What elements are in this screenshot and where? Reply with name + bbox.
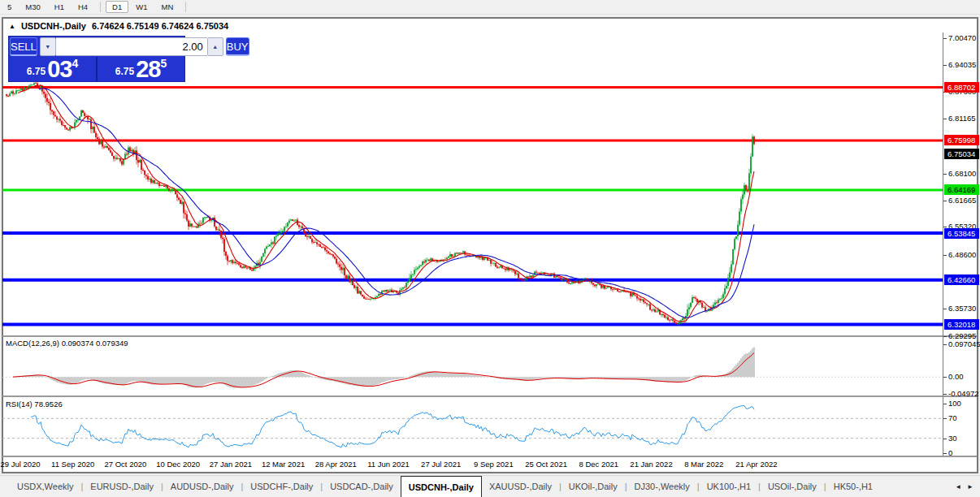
collapse-arrow-icon[interactable]: ▲ bbox=[9, 23, 15, 30]
timeframe-button-h1[interactable]: H1 bbox=[48, 1, 71, 13]
symbol-tab-ukoil[interactable]: UKOil-,Daily bbox=[562, 476, 625, 497]
price-axis-line bbox=[943, 32, 943, 456]
buy-price-small: 6.75 bbox=[115, 64, 134, 80]
symbol-tab-usdx[interactable]: USDX,Weekly bbox=[10, 476, 80, 497]
rsi-indicator-canvas[interactable] bbox=[2, 398, 943, 455]
symbol-tab-usoil[interactable]: USOil-,Daily bbox=[761, 476, 824, 497]
volume-input[interactable] bbox=[56, 37, 207, 56]
price-level-badge: 6.64169 bbox=[944, 184, 979, 195]
macd-indicator-canvas[interactable] bbox=[2, 338, 943, 395]
macd-axis-label: 0.00 bbox=[948, 372, 964, 382]
timeframe-button-w1[interactable]: W1 bbox=[129, 1, 154, 13]
volume-decrease-button[interactable]: ▼ bbox=[40, 37, 56, 56]
symbol-tab-xauusd[interactable]: XAUUSD-,Daily bbox=[482, 476, 559, 497]
symbol-tab-eurusd[interactable]: EURUSD-,Daily bbox=[83, 476, 161, 497]
volume-stepper: ▼ ▲ bbox=[40, 37, 223, 56]
timeframe-buttons: 5M30H1H4D1W1MN bbox=[1, 1, 191, 13]
buy-button[interactable]: BUY bbox=[226, 37, 249, 56]
tab-scroll-right-icon[interactable]: ► bbox=[967, 483, 973, 491]
buy-price-sup: 5 bbox=[160, 57, 167, 70]
symbol-tab-usdcnh[interactable]: USDCNH-,Daily bbox=[401, 476, 482, 497]
date-axis-label: 8 Mar 2022 bbox=[684, 460, 723, 469]
sell-button[interactable]: SELL bbox=[10, 37, 37, 56]
trade-prices-row: 6.75 03 4 6.75 28 5 bbox=[9, 57, 184, 81]
price-tick-label: 6.68100 bbox=[948, 169, 976, 179]
toolbar-separator bbox=[100, 2, 101, 12]
date-axis-label: 29 Jul 2020 bbox=[0, 460, 40, 469]
panel-separator bbox=[2, 456, 977, 457]
chart-window-titlebar: ▲ USDCNH-,Daily 6.74624 6.75149 6.74624 … bbox=[4, 19, 935, 32]
panel-separator[interactable] bbox=[2, 335, 977, 337]
volume-increase-button[interactable]: ▲ bbox=[207, 37, 223, 56]
symbol-tab-dj30[interactable]: DJ30-,Weekly bbox=[627, 476, 697, 497]
sell-price-small: 6.75 bbox=[27, 64, 46, 80]
timeframe-button-h4[interactable]: H4 bbox=[72, 1, 94, 13]
price-level-badge: 6.75998 bbox=[944, 135, 979, 145]
symbol-tab-usdcad[interactable]: USDCAD-,Daily bbox=[323, 476, 401, 497]
date-axis-label: 21 Apr 2022 bbox=[735, 460, 777, 469]
date-axis-label: 10 Dec 2020 bbox=[156, 460, 200, 469]
date-axis-label: 9 Sep 2021 bbox=[474, 460, 514, 469]
price-level-badge: 6.42660 bbox=[944, 274, 979, 285]
price-level-badge: 6.75034 bbox=[944, 149, 979, 159]
timeframe-button-d1[interactable]: D1 bbox=[106, 1, 128, 13]
price-level-badge: 6.53845 bbox=[944, 228, 979, 239]
macd-axis-label: 0.097045 bbox=[948, 339, 980, 349]
tab-scroll-arrows: ◄ ► bbox=[955, 476, 980, 497]
macd-label: MACD(12,26,9) 0.090374 0.079349 bbox=[6, 339, 128, 348]
symbol-tabs: USDX,Weekly|EURUSD-,Daily|AUDUSD-,Daily|… bbox=[10, 476, 873, 497]
tab-scroll-left-icon[interactable]: ◄ bbox=[955, 483, 961, 491]
date-axis-label: 27 Oct 2020 bbox=[105, 460, 147, 469]
chart-ohlc-values: 6.74624 6.75149 6.74624 6.75034 bbox=[92, 21, 228, 31]
timeframe-button-5[interactable]: 5 bbox=[1, 1, 18, 13]
rsi-axis-label: 30 bbox=[948, 434, 957, 443]
chart-symbol-title: USDCNH-,Daily bbox=[21, 21, 86, 31]
rsi-label: RSI(14) 78.9526 bbox=[6, 400, 63, 408]
sell-price-big: 03 bbox=[47, 58, 72, 80]
price-tick-label: 6.94035 bbox=[948, 60, 976, 70]
trade-buttons-row: SELL ▼ ▲ BUY bbox=[9, 37, 184, 57]
timeframe-button-m30[interactable]: M30 bbox=[19, 1, 46, 13]
symbol-tab-bar: USDX,Weekly|EURUSD-,Daily|AUDUSD-,Daily|… bbox=[0, 475, 980, 497]
date-axis-label: 11 Sep 2020 bbox=[51, 460, 94, 469]
price-tick-label: 6.61665 bbox=[948, 196, 976, 205]
date-axis-label: 8 Dec 2021 bbox=[579, 460, 619, 469]
price-tick-label: 6.35730 bbox=[948, 304, 976, 313]
timeframe-toolbar: 5M30H1H4D1W1MN bbox=[0, 0, 980, 15]
buy-price-display: 6.75 28 5 bbox=[98, 57, 184, 81]
symbol-tab-audusd[interactable]: AUDUSD-,Daily bbox=[163, 476, 241, 497]
macd-axis-label: -0.04972 bbox=[948, 389, 979, 399]
timeframe-button-mn[interactable]: MN bbox=[155, 1, 180, 13]
symbol-tab-uk100[interactable]: UK100-,H1 bbox=[700, 476, 758, 497]
date-axis-label: 12 Mar 2021 bbox=[262, 460, 305, 469]
date-axis-label: 11 Jun 2021 bbox=[367, 460, 410, 469]
price-level-badge: 6.88702 bbox=[944, 82, 979, 93]
buy-price-big: 28 bbox=[136, 58, 160, 80]
panel-separator[interactable] bbox=[2, 395, 977, 397]
date-axis-label: 27 Jan 2021 bbox=[210, 460, 252, 469]
toolbar-separator bbox=[185, 2, 186, 12]
date-axis-label: 25 Oct 2021 bbox=[525, 460, 567, 469]
symbol-tab-hk50[interactable]: HK50-,H1 bbox=[826, 476, 873, 497]
rsi-axis-label: 70 bbox=[948, 413, 957, 423]
one-click-trade-panel: SELL ▼ ▲ BUY 6.75 03 4 6.75 28 5 bbox=[8, 36, 185, 82]
sell-price-display: 6.75 03 4 bbox=[9, 57, 98, 81]
sell-price-sup: 4 bbox=[72, 57, 78, 70]
symbol-tab-usdchf[interactable]: USDCHF-,Daily bbox=[243, 476, 320, 497]
rsi-axis-label: 0 bbox=[948, 448, 952, 458]
rsi-axis-label: 100 bbox=[948, 399, 961, 408]
date-axis-label: 27 Jul 2021 bbox=[421, 460, 461, 469]
date-axis-label: 21 Jan 2022 bbox=[630, 460, 672, 469]
price-tick-label: 7.00470 bbox=[948, 33, 976, 43]
price-tick-label: 6.48600 bbox=[948, 250, 976, 260]
trading-terminal: 5M30H1H4D1W1MN ▲ USDCNH-,Daily 6.74624 6… bbox=[0, 0, 980, 497]
price-level-badge: 6.32018 bbox=[944, 319, 979, 330]
date-axis-label: 28 Apr 2021 bbox=[315, 460, 357, 469]
price-tick-label: 6.81165 bbox=[948, 114, 976, 123]
